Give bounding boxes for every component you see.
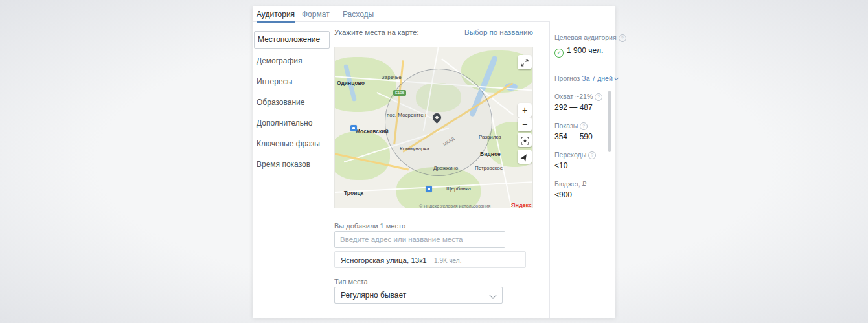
- target-audience-label: Целевая аудитория?: [554, 34, 626, 42]
- clicks-label: Переходы?: [554, 151, 596, 159]
- info-icon[interactable]: ?: [588, 151, 596, 159]
- forecast-row: Прогноз За 7 дней: [554, 74, 618, 82]
- map-label: Дрожжино: [433, 165, 458, 171]
- impressions-value: 354 — 590: [554, 132, 593, 141]
- sidebar-item-location[interactable]: Местоположение: [254, 31, 330, 49]
- tab-bar: Аудитория Формат Расходы: [253, 6, 549, 22]
- scrollbar-thumb[interactable]: [608, 91, 611, 152]
- sidebar-item-additional[interactable]: Дополнительно: [257, 118, 312, 128]
- audience-count: 1 900 чел.: [567, 46, 603, 55]
- map-label: Петровское: [475, 165, 503, 171]
- map-label: Московский: [356, 128, 389, 135]
- info-icon[interactable]: ?: [595, 93, 602, 101]
- target-audience-text: Целевая аудитория: [554, 34, 617, 41]
- map-prompt-label: Укажите места на карте:: [334, 28, 419, 36]
- sidebar-item-showtime[interactable]: Время показов: [257, 160, 310, 169]
- forecast-label: Прогноз: [554, 74, 580, 82]
- tab-spending[interactable]: Расходы: [343, 10, 374, 21]
- sidebar-item-demography[interactable]: Демография: [257, 56, 303, 65]
- place-name: Ясногорская улица, 13к1: [341, 256, 427, 264]
- zoom-in-button[interactable]: +: [518, 103, 532, 117]
- check-circle-icon: ✓: [554, 49, 564, 58]
- map-poi-icon: [426, 186, 432, 192]
- terms-of-use-link[interactable]: Условия использования: [440, 204, 491, 208]
- map-poi-icon: [350, 125, 357, 131]
- sidebar-item-interests[interactable]: Интересы: [257, 77, 292, 86]
- select-by-name-link[interactable]: Выбор по названию: [464, 28, 533, 36]
- zoom-out-button[interactable]: −: [518, 117, 532, 131]
- map-label: Одинцово: [337, 80, 365, 86]
- map-attribution: © Яндекс Условия использования: [419, 204, 490, 208]
- reach-value: 292 — 487: [554, 103, 593, 112]
- forecast-period-value: За 7 дней: [582, 74, 613, 82]
- info-icon[interactable]: ?: [619, 34, 626, 42]
- road-number-badge: Е105: [393, 90, 406, 96]
- radius-selection-circle: [385, 69, 492, 176]
- chevron-down-icon: [489, 291, 496, 298]
- map-label: пос. Мосрентген: [387, 112, 426, 118]
- address-search-input[interactable]: [334, 231, 505, 248]
- map-label: Развилка: [479, 134, 501, 140]
- place-type-label: Тип места: [334, 278, 368, 285]
- panel-divider: [549, 21, 550, 318]
- sidebar-item-keyphrases[interactable]: Ключевые фразы: [257, 139, 320, 148]
- target-audience-value: ✓1 900 чел.: [554, 46, 603, 58]
- map-label: Видное: [480, 151, 501, 157]
- ads-settings-card: Аудитория Формат Расходы Местоположение …: [253, 6, 615, 318]
- map-label: Коммунарка: [400, 146, 429, 151]
- summary-divider: [554, 67, 609, 67]
- geolocation-button[interactable]: [518, 150, 532, 164]
- attribution-copyright: © Яндекс: [419, 204, 439, 208]
- tab-audience[interactable]: Аудитория: [257, 10, 295, 23]
- impressions-text: Показы: [554, 122, 578, 129]
- info-icon[interactable]: ?: [580, 122, 588, 130]
- tab-format[interactable]: Формат: [302, 10, 330, 21]
- reach-label: Охват ~21%?: [554, 93, 602, 101]
- chevron-down-icon: [614, 76, 619, 80]
- place-type-select[interactable]: Регулярно бывает: [334, 287, 503, 304]
- added-places-label: Вы добавили 1 место: [334, 222, 405, 230]
- map-label: Заречье: [382, 74, 402, 80]
- forecast-period-dropdown[interactable]: За 7 дней: [582, 74, 618, 82]
- clicks-text: Переходы: [554, 151, 586, 159]
- yandex-map[interactable]: Одинцово Заречье пос. Мосрентген Московс…: [334, 47, 533, 208]
- budget-value: <900: [554, 190, 572, 199]
- place-audience-count: 1.9K чел.: [434, 257, 461, 264]
- place-type-value: Регулярно бывает: [341, 291, 406, 300]
- clicks-value: <10: [554, 161, 567, 170]
- yandex-logo[interactable]: Яндекс: [511, 202, 532, 208]
- map-label: Щербинка: [446, 186, 471, 192]
- added-place-row[interactable]: Ясногорская улица, 13к1 1.9K чел.: [334, 251, 526, 268]
- reach-text: Охват ~21%: [554, 93, 593, 100]
- fullscreen-button[interactable]: [518, 55, 532, 69]
- impressions-label: Показы?: [554, 122, 588, 130]
- budget-label: Бюджет, ₽: [554, 180, 586, 188]
- measure-tool-button[interactable]: [518, 133, 532, 147]
- map-label: Троицк: [344, 190, 363, 196]
- sidebar-item-education[interactable]: Образование: [257, 98, 304, 107]
